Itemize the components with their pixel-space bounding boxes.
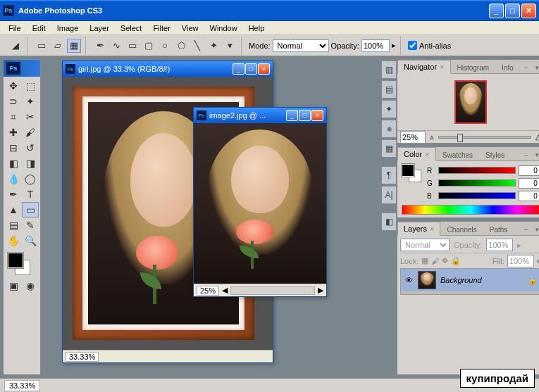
- tab-histogram[interactable]: Histogram: [451, 61, 496, 74]
- doc2-scroll-left-icon[interactable]: ◀: [222, 286, 228, 295]
- tab-info[interactable]: Info: [495, 61, 520, 74]
- color-fg-bg-swatches[interactable]: [402, 164, 421, 202]
- close-button[interactable]: ×: [521, 4, 536, 18]
- doc2-scrollbar[interactable]: [230, 286, 315, 295]
- collapsed-panel-icon[interactable]: ▦: [381, 139, 397, 158]
- menu-filter[interactable]: Filter: [147, 23, 175, 34]
- lock-transparent-icon[interactable]: ▦: [421, 256, 428, 265]
- panel-collapse-icon[interactable]: –: [521, 63, 531, 72]
- lock-position-icon[interactable]: ✥: [442, 256, 448, 265]
- layer-blend-select[interactable]: Normal: [400, 239, 450, 251]
- zoom-out-icon[interactable]: ▵: [430, 132, 434, 141]
- quick-select-tool[interactable]: ✦: [22, 94, 39, 109]
- r-slider[interactable]: [438, 167, 516, 174]
- doc1-close[interactable]: ×: [258, 63, 270, 75]
- tab-navigator[interactable]: Navigator×: [397, 60, 451, 74]
- antialias-checkbox[interactable]: [408, 41, 417, 50]
- notes-tool[interactable]: ▤: [5, 217, 22, 233]
- shape-options-icon[interactable]: ▾: [223, 39, 237, 53]
- doc2-scroll-right-icon[interactable]: ▶: [318, 286, 323, 295]
- foreground-color-swatch[interactable]: [8, 253, 23, 268]
- menu-window[interactable]: Window: [204, 23, 243, 34]
- dodge-tool[interactable]: ◯: [22, 171, 39, 186]
- shape-tool[interactable]: ▭: [22, 202, 39, 217]
- menu-layer[interactable]: Layer: [84, 23, 115, 34]
- lock-all-icon[interactable]: 🔒: [451, 256, 461, 265]
- doc1-maximize[interactable]: □: [245, 63, 257, 75]
- zoom-tool[interactable]: 🔍: [22, 233, 39, 248]
- opacity-input[interactable]: [361, 39, 390, 52]
- collapsed-panel-icon[interactable]: ▤: [381, 80, 397, 99]
- collapsed-panel-icon[interactable]: ⎈: [381, 120, 397, 138]
- color-spectrum[interactable]: [402, 205, 539, 215]
- doc2-titlebar[interactable]: Ps image2.jpg @ ... _ □ ×: [194, 108, 326, 123]
- gradient-tool[interactable]: ◨: [22, 156, 39, 171]
- opacity-dropdown-icon[interactable]: ▸: [392, 41, 396, 50]
- layer-row-background[interactable]: 👁 Background 🔒: [401, 269, 539, 291]
- stamp-tool[interactable]: ⊟: [5, 140, 22, 156]
- tab-layers[interactable]: Layers×: [397, 222, 440, 236]
- doc2-zoom[interactable]: 25%: [197, 286, 219, 296]
- r-input[interactable]: [519, 165, 539, 176]
- doc1-zoom[interactable]: 33.33%: [66, 352, 99, 362]
- menu-edit[interactable]: Edit: [27, 23, 51, 34]
- pen-tool-icon[interactable]: ✒: [93, 39, 107, 53]
- visibility-eye-icon[interactable]: 👁: [404, 275, 414, 285]
- collapsed-panel-icon[interactable]: ✦: [381, 100, 397, 118]
- doc1-titlebar[interactable]: Ps girl.jpg @ 33.3% (RGB/8#) _ □ ×: [63, 61, 273, 77]
- menu-file[interactable]: File: [3, 23, 27, 34]
- lasso-tool[interactable]: ⊃: [5, 94, 22, 109]
- doc2-minimize[interactable]: _: [286, 110, 298, 121]
- tab-paths[interactable]: Paths: [483, 223, 514, 236]
- navigator-preview[interactable]: [397, 74, 539, 130]
- paths-icon[interactable]: ▱: [51, 39, 65, 53]
- collapsed-panel-icon[interactable]: ◧: [381, 213, 397, 231]
- slice-tool[interactable]: ✂: [22, 109, 39, 125]
- collapsed-panel-icon[interactable]: ¶: [381, 166, 397, 184]
- b-input[interactable]: [519, 191, 539, 201]
- maximize-button[interactable]: □: [505, 4, 520, 18]
- ellipse-shape-icon[interactable]: ○: [158, 39, 172, 53]
- menu-help[interactable]: Help: [243, 23, 271, 34]
- menu-select[interactable]: Select: [115, 23, 148, 34]
- panel-menu-icon[interactable]: ▾: [533, 151, 539, 159]
- healing-tool[interactable]: ✚: [5, 125, 22, 140]
- blend-mode-select[interactable]: Normal: [273, 39, 329, 52]
- layer-fill-input[interactable]: [507, 255, 534, 267]
- panel-menu-icon[interactable]: ▾: [533, 225, 539, 234]
- doc1-minimize[interactable]: _: [233, 63, 244, 75]
- crop-tool[interactable]: ⌗: [5, 109, 22, 125]
- eyedropper-tool[interactable]: ✎: [22, 217, 39, 233]
- panel-collapse-icon[interactable]: –: [521, 225, 531, 234]
- lock-pixels-icon[interactable]: 🖌: [431, 257, 439, 265]
- marquee-tool[interactable]: ⬚: [22, 78, 39, 94]
- zoom-in-icon[interactable]: △: [535, 132, 539, 141]
- doc2-canvas[interactable]: [194, 123, 326, 284]
- quickmask-mode-icon[interactable]: ◉: [22, 278, 39, 293]
- g-input[interactable]: [519, 178, 539, 189]
- opacity-dropdown-icon[interactable]: ▸: [517, 241, 521, 250]
- rounded-rect-icon[interactable]: ▢: [142, 39, 156, 53]
- doc2-close[interactable]: ×: [311, 110, 323, 121]
- brush-tool[interactable]: 🖌: [22, 125, 39, 140]
- status-zoom[interactable]: 33.33%: [4, 380, 40, 391]
- blur-tool[interactable]: 💧: [5, 171, 22, 186]
- tab-color[interactable]: Color×: [397, 147, 436, 161]
- standard-mode-icon[interactable]: ▣: [5, 278, 22, 293]
- freeform-pen-icon[interactable]: ∿: [109, 39, 123, 53]
- doc2-maximize[interactable]: □: [299, 110, 311, 121]
- line-shape-icon[interactable]: ╲: [190, 39, 204, 53]
- fill-pixels-icon[interactable]: ▦: [67, 39, 81, 53]
- tab-styles[interactable]: Styles: [479, 148, 511, 161]
- move-tool[interactable]: ✥: [5, 78, 22, 94]
- layer-name[interactable]: Background: [440, 276, 482, 284]
- menu-image[interactable]: Image: [51, 23, 85, 34]
- history-brush-tool[interactable]: ↺: [22, 140, 39, 156]
- g-slider[interactable]: [438, 179, 516, 186]
- layer-thumbnail[interactable]: [418, 271, 436, 289]
- tab-swatches[interactable]: Swatches: [436, 148, 479, 161]
- path-select-tool[interactable]: ▲: [5, 202, 22, 217]
- shape-layers-icon[interactable]: ▭: [35, 39, 49, 53]
- navigator-zoom-slider[interactable]: [438, 136, 531, 139]
- panel-menu-icon[interactable]: ▾: [533, 63, 539, 72]
